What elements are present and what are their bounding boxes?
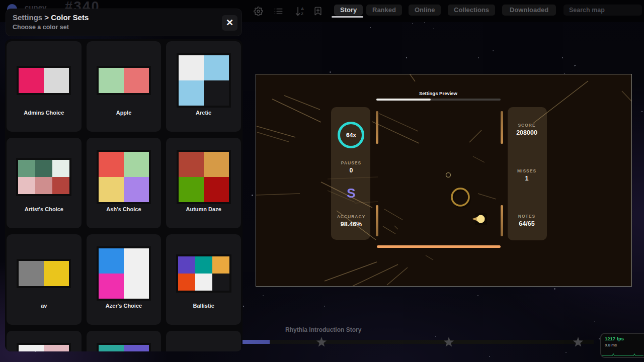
svg-text:Z: Z — [301, 12, 303, 16]
svg-text:A: A — [301, 7, 304, 11]
